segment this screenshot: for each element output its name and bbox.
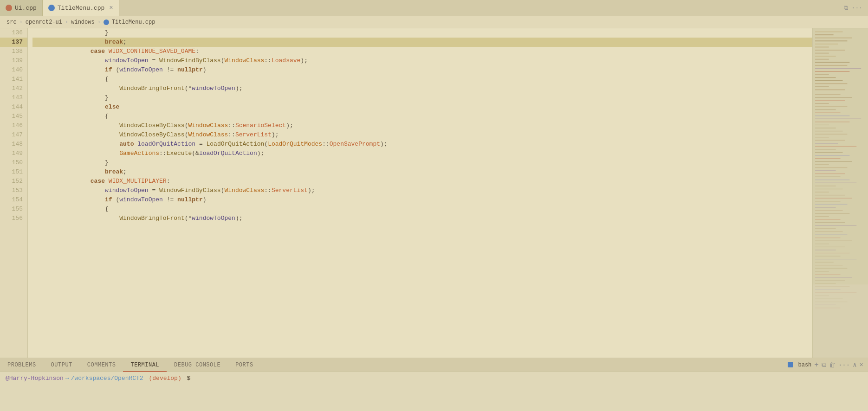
svg-rect-51 (815, 183, 856, 183)
breadcrumb-sep-1: › (19, 19, 23, 26)
panel-tabs: PROBLEMS OUTPUT COMMENTS TERMINAL DEBUG … (0, 358, 868, 372)
svg-rect-30 (815, 119, 861, 119)
svg-rect-67 (815, 231, 843, 232)
svg-rect-89 (815, 298, 843, 299)
code-line-146: WindowCloseByClass(WindowClass::Scenario… (32, 121, 812, 130)
svg-rect-50 (815, 180, 849, 180)
prompt-user: @Harry-Hopkinson (6, 375, 64, 382)
tab-comments[interactable]: COMMENTS (80, 358, 123, 372)
svg-rect-35 (815, 134, 847, 134)
terminal-prompt: @Harry-Hopkinson → /workspaces/OpenRCT2 … (6, 375, 862, 382)
line-number-137: 137 (0, 38, 27, 47)
breadcrumb-src[interactable]: src (6, 19, 17, 26)
bottom-panel: PROBLEMS OUTPUT COMMENTS TERMINAL DEBUG … (0, 358, 868, 411)
code-line-154: if (windowToOpen != nullptr) (32, 195, 812, 205)
minimap-svg (813, 28, 868, 358)
minimap[interactable] (812, 28, 868, 358)
prompt-arrow: → (65, 375, 69, 382)
svg-rect-36 (815, 137, 829, 137)
trash-icon[interactable]: 🗑 (829, 361, 836, 369)
svg-rect-84 (815, 283, 836, 284)
tab-debug-console[interactable]: DEBUG CONSOLE (167, 358, 228, 372)
svg-rect-76 (815, 259, 856, 259)
svg-rect-27 (815, 109, 836, 110)
line-number-141: 141 (0, 75, 27, 84)
svg-rect-45 (815, 164, 829, 165)
line-number-136: 136 (0, 28, 27, 38)
tab-terminal[interactable]: TERMINAL (123, 358, 167, 372)
line-number-147: 147 (0, 130, 27, 140)
tab-bar: Ui.cpp TitleMenu.cpp × ⧉ ··· (0, 0, 868, 16)
code-line-140: if (windowToOpen != nullptr) (32, 65, 812, 75)
svg-rect-66 (815, 228, 836, 229)
svg-rect-82 (815, 277, 852, 277)
svg-rect-80 (815, 271, 829, 271)
svg-rect-79 (815, 268, 847, 269)
split-terminal-icon[interactable]: ⧉ (822, 361, 826, 369)
line-number-151: 151 (0, 167, 27, 177)
line-number-149: 149 (0, 149, 27, 158)
svg-rect-40 (815, 149, 836, 149)
code-line-139: windowToOpen = WindowFindByClass(WindowC… (32, 56, 812, 65)
svg-rect-60 (815, 210, 843, 211)
tab-titlemenu-cpp[interactable]: TitleMenu.cpp × (43, 0, 119, 16)
code-lines[interactable]: } break; case WIDX_CONTINUE_SAVED_GAME: … (28, 28, 812, 358)
svg-rect-77 (815, 262, 834, 263)
svg-rect-88 (815, 295, 829, 296)
more-actions-icon[interactable]: ··· (852, 5, 862, 12)
tab-ui-cpp[interactable]: Ui.cpp (0, 0, 43, 16)
tab-bar-actions: ⧉ ··· (844, 5, 868, 12)
line-numbers: 1361371381391401411421431441451461471481… (0, 28, 28, 358)
tab-close-button[interactable]: × (109, 4, 113, 12)
line-number-145: 145 (0, 112, 27, 121)
svg-rect-86 (815, 289, 841, 290)
svg-rect-55 (815, 195, 845, 195)
tab-problems[interactable]: PROBLEMS (0, 358, 44, 372)
breadcrumb: src › openrct2-ui › windows › TitleMenu.… (0, 16, 868, 28)
svg-rect-91 (815, 305, 836, 305)
code-line-142: WindowBringToFront(*windowToOpen); (32, 84, 812, 93)
collapse-icon[interactable]: ∧ (853, 361, 856, 369)
code-line-152: case WIDX_MULTIPLAYER: (32, 177, 812, 186)
code-editor: 1361371381391401411421431441451461471481… (0, 28, 812, 358)
tab-label-ui: Ui.cpp (15, 5, 37, 12)
svg-rect-72 (815, 247, 845, 247)
breadcrumb-windows[interactable]: windows (71, 19, 94, 26)
line-number-140: 140 (0, 65, 27, 75)
svg-rect-49 (815, 177, 841, 177)
terminal-content[interactable]: @Harry-Hopkinson → /workspaces/OpenRCT2 … (0, 372, 868, 411)
svg-rect-41 (815, 152, 843, 153)
close-panel-icon[interactable]: × (860, 361, 863, 369)
svg-rect-61 (815, 213, 849, 213)
tab-output[interactable]: OUTPUT (44, 358, 80, 372)
svg-rect-38 (815, 143, 838, 143)
svg-rect-73 (815, 250, 836, 250)
svg-rect-58 (815, 204, 847, 205)
code-line-155: { (32, 205, 812, 214)
svg-rect-43 (815, 158, 841, 159)
svg-rect-46 (815, 167, 847, 168)
svg-rect-53 (815, 189, 843, 189)
breadcrumb-openrct2-ui[interactable]: openrct2-ui (26, 19, 62, 26)
split-editor-icon[interactable]: ⧉ (844, 5, 848, 12)
svg-rect-74 (815, 253, 849, 253)
code-line-137: break; (32, 38, 812, 47)
svg-rect-59 (815, 207, 836, 207)
svg-rect-37 (815, 140, 845, 141)
line-number-156: 156 (0, 214, 27, 223)
prompt-path: /workspaces/OpenRCT2 (71, 375, 143, 382)
breadcrumb-file[interactable]: TitleMenu.cpp (112, 19, 155, 26)
svg-rect-69 (815, 238, 841, 238)
code-line-153: windowToOpen = WindowFindByClass(WindowC… (32, 186, 812, 195)
more-terminal-icon[interactable]: ··· (838, 361, 850, 369)
tab-icon-ui (6, 5, 12, 11)
add-terminal-icon[interactable]: + (814, 361, 819, 369)
code-content: 1361371381391401411421431441451461471481… (0, 28, 812, 358)
line-number-150: 150 (0, 158, 27, 167)
panel-tab-actions: bash + ⧉ 🗑 ··· ∧ × (788, 361, 868, 369)
svg-rect-29 (815, 116, 849, 116)
code-line-148: auto loadOrQuitAction = LoadOrQuitAction… (32, 140, 812, 149)
svg-rect-22 (815, 94, 841, 95)
svg-rect-44 (815, 161, 852, 162)
tab-ports[interactable]: PORTS (228, 358, 261, 372)
